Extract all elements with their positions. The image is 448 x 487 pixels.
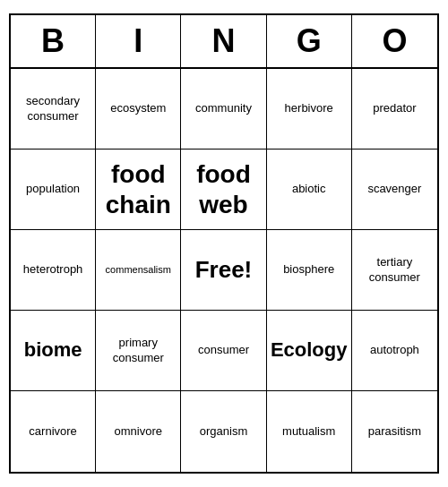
header-letter: N (181, 15, 266, 67)
bingo-cell: omnivore (96, 391, 181, 472)
bingo-cell: predator (352, 69, 437, 150)
bingo-cell: tertiary consumer (352, 230, 437, 311)
bingo-cell: autotroph (352, 311, 437, 391)
header-letter: I (96, 15, 181, 67)
bingo-cell: population (11, 150, 96, 230)
bingo-card: BINGO secondary consumerecosystemcommuni… (9, 13, 439, 474)
bingo-cell: community (181, 69, 266, 150)
bingo-cell: heterotroph (11, 230, 96, 311)
bingo-grid: secondary consumerecosystemcommunityherb… (11, 69, 437, 472)
header-letter: O (352, 15, 437, 67)
bingo-cell: scavenger (352, 150, 437, 230)
bingo-cell: biosphere (267, 230, 352, 311)
bingo-cell: primary consumer (96, 311, 181, 391)
bingo-cell: carnivore (11, 391, 96, 472)
bingo-cell: food chain (96, 150, 181, 230)
bingo-cell: secondary consumer (11, 69, 96, 150)
bingo-cell: commensalism (96, 230, 181, 311)
bingo-cell: abiotic (267, 150, 352, 230)
bingo-cell: food web (181, 150, 266, 230)
header-letter: G (267, 15, 352, 67)
bingo-cell: herbivore (267, 69, 352, 150)
header-letter: B (11, 15, 96, 67)
bingo-cell: Ecology (267, 311, 352, 391)
bingo-header: BINGO (11, 15, 437, 69)
bingo-cell: consumer (181, 311, 266, 391)
bingo-cell: parasitism (352, 391, 437, 472)
bingo-cell: organism (181, 391, 266, 472)
bingo-cell: mutualism (267, 391, 352, 472)
bingo-cell: biome (11, 311, 96, 391)
bingo-cell: Free! (181, 230, 266, 311)
bingo-cell: ecosystem (96, 69, 181, 150)
